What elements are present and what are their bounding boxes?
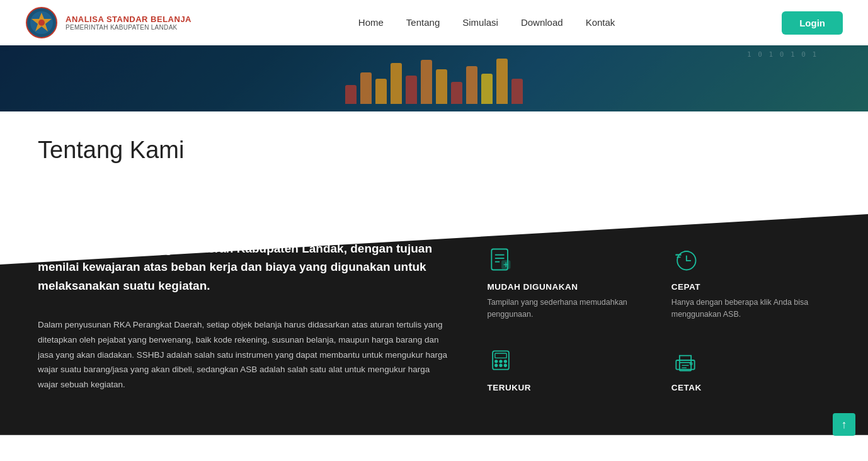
document-list-icon <box>487 246 517 276</box>
nav-kontak[interactable]: Kontak <box>586 17 615 28</box>
lead-text: Ditujukan untuk Perangkat Daerah Kabupat… <box>38 239 449 295</box>
hero-digits: 1 0 1 0 1 0 1 <box>747 50 818 59</box>
svg-point-29 <box>690 362 692 365</box>
body-text: Dalam penyusunan RKA Perangkat Daerah, s… <box>38 317 449 392</box>
feature-cepat-desc: Hanya dengan beberapa klik Anda bisa men… <box>671 297 830 321</box>
hero-chart <box>345 54 523 104</box>
calculator-icon <box>487 346 517 377</box>
feature-mudah: MUDAH DIGUNAKAN Tampilan yang sederhana … <box>487 246 646 321</box>
nav-links: Home Tentang Simulasi Download Kontak <box>358 17 615 28</box>
feature-cetak-title: CETAK <box>671 383 830 392</box>
brand-title: ANALISA STANDAR BELANJA <box>66 14 191 25</box>
feature-terukur-title: TERUKUR <box>487 383 646 392</box>
svg-rect-18 <box>495 353 506 358</box>
brand-subtitle: PEMERINTAH KABUPATEN LANDAK <box>66 24 191 31</box>
dark-section: Ditujukan untuk Perangkat Daerah Kabupat… <box>0 176 868 435</box>
description-area: Ditujukan untuk Perangkat Daerah Kabupat… <box>38 239 449 392</box>
nav-tentang[interactable]: Tentang <box>406 17 440 28</box>
feature-mudah-title: MUDAH DIGUNAKAN <box>487 282 646 292</box>
brand-text: ANALISA STANDAR BELANJA PEMERINTAH KABUP… <box>66 14 191 31</box>
brand: ANALISA STANDAR BELANJA PEMERINTAH KABUP… <box>25 6 191 39</box>
svg-point-19 <box>495 360 498 363</box>
hero-banner: 1 0 1 0 1 0 1 <box>0 45 868 111</box>
dark-content: Ditujukan untuk Perangkat Daerah Kabupat… <box>0 176 868 435</box>
svg-point-20 <box>500 360 503 363</box>
svg-point-23 <box>500 364 503 367</box>
navbar: ANALISA STANDAR BELANJA PEMERINTAH KABUP… <box>0 0 868 45</box>
features-grid: MUDAH DIGUNAKAN Tampilan yang sederhana … <box>487 239 830 397</box>
brand-logo-icon <box>25 6 58 39</box>
svg-point-22 <box>495 364 498 367</box>
clock-fast-icon <box>671 246 702 276</box>
page-title: Tentang Kami <box>38 137 830 164</box>
section-title-area: Tentang Kami <box>0 111 868 176</box>
svg-point-24 <box>505 364 507 367</box>
feature-mudah-desc: Tampilan yang sederhana memudahkan pengg… <box>487 297 646 321</box>
svg-point-21 <box>505 360 507 363</box>
nav-home[interactable]: Home <box>358 17 384 28</box>
login-button[interactable]: Login <box>782 11 843 35</box>
scroll-top-button[interactable]: ↑ <box>833 413 855 435</box>
nav-download[interactable]: Download <box>521 17 563 28</box>
svg-point-3 <box>38 20 45 26</box>
feature-terukur: TERUKUR <box>487 346 646 397</box>
feature-cepat-title: CEPAT <box>671 282 830 292</box>
feature-cetak: CETAK <box>671 346 830 397</box>
feature-cepat: CEPAT Hanya dengan beberapa klik Anda bi… <box>671 246 830 321</box>
nav-simulasi[interactable]: Simulasi <box>462 17 498 28</box>
printer-icon <box>671 346 702 377</box>
